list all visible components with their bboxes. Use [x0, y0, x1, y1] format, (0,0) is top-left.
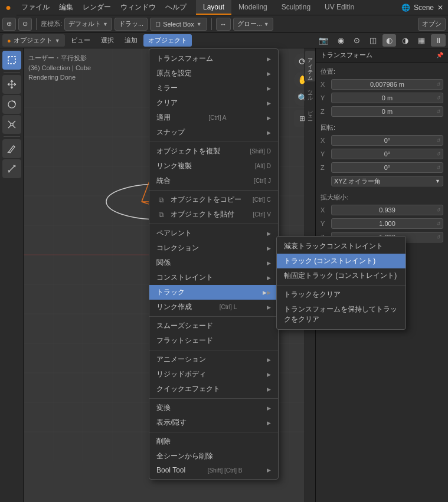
- menu-mirror[interactable]: ミラー: [149, 81, 278, 96]
- menu-paste-objects[interactable]: ⧉ オブジェクトを貼付 [Ctrl] V: [149, 207, 278, 222]
- track-submenu-damped[interactable]: 減衰トラックコンストレイント: [277, 239, 406, 254]
- menu-relations[interactable]: 関係: [149, 255, 278, 270]
- window-close[interactable]: ✕: [437, 4, 443, 12]
- tool-move[interactable]: [2, 75, 21, 94]
- tool-select[interactable]: [2, 51, 21, 70]
- menu-render[interactable]: レンダー: [78, 0, 116, 15]
- menu-delete-all[interactable]: 全シーンから削除: [149, 449, 278, 464]
- select-tab[interactable]: 選択: [96, 34, 119, 47]
- menu-set-origin[interactable]: 原点を設定: [149, 66, 278, 81]
- shading-solid-btn[interactable]: ◐: [382, 34, 396, 47]
- rotation-x-input[interactable]: 0° ↺: [331, 135, 443, 146]
- rotation-mode-dropdown[interactable]: XYZ オイラー角 ▼: [331, 176, 443, 186]
- menu-rigid-body[interactable]: リジッドボディ: [149, 367, 278, 382]
- position-z-input[interactable]: 0 m ↺: [331, 106, 443, 117]
- menu-bool-tool[interactable]: Bool Tool [Shift] [Ctrl] B ▶: [149, 464, 278, 477]
- tool-scale[interactable]: [2, 115, 21, 134]
- tool-measure[interactable]: [2, 159, 21, 178]
- tab-sculpting[interactable]: Sculpting: [274, 0, 318, 15]
- menu-quick-effects[interactable]: クイックエフェクト: [149, 382, 278, 396]
- panel-pin-icon[interactable]: 📌: [436, 52, 443, 58]
- camera-icon-btn[interactable]: 📷: [315, 34, 332, 47]
- menu-convert[interactable]: 変換: [149, 401, 278, 415]
- menu-items: ファイル 編集 レンダー ウィンドウ ヘルプ: [17, 0, 191, 15]
- global-btn[interactable]: グロー... ▼: [233, 18, 273, 31]
- menu-show-hide[interactable]: 表示/隠す: [149, 415, 278, 430]
- menu-join[interactable]: 統合 [Ctrl] J: [149, 173, 278, 188]
- menu-shade-smooth[interactable]: スムーズシェード: [149, 319, 278, 333]
- menu-make-links[interactable]: リンク作成 [Ctrl] L ▶: [149, 300, 278, 314]
- blender-logo: ●: [0, 0, 17, 15]
- menu-copy-objects[interactable]: ⧉ オブジェクトをコピー [Ctrl] C: [149, 192, 278, 207]
- snap-btn[interactable]: ⊙: [18, 18, 32, 31]
- scale-y-reset[interactable]: ↺: [436, 221, 441, 227]
- position-z-reset[interactable]: ↺: [436, 109, 441, 114]
- select-icon: ◻: [155, 20, 161, 28]
- menu-edit[interactable]: 編集: [54, 0, 78, 15]
- mode-dropdown[interactable]: ● オブジェクト ▼: [2, 34, 65, 47]
- select-box-label: Select Box: [163, 21, 194, 28]
- xray-icon-btn[interactable]: ◫: [366, 34, 380, 47]
- rotation-y-input[interactable]: 0° ↺: [331, 149, 443, 159]
- tool-annotate[interactable]: [2, 139, 21, 158]
- transform-icon-btn[interactable]: ⊕: [2, 18, 16, 31]
- menu-window[interactable]: ウィンドウ: [116, 0, 161, 15]
- tool-rotate[interactable]: [2, 95, 21, 114]
- scale-x-reset[interactable]: ↺: [436, 207, 441, 213]
- scale-z-reset[interactable]: ↺: [436, 234, 441, 240]
- vtab-view[interactable]: ビュー: [305, 103, 315, 122]
- menu-link-dup[interactable]: リンク複製 [Alt] D: [149, 159, 278, 173]
- overlay-icon-btn[interactable]: ⊙: [350, 34, 364, 47]
- rotation-x-reset[interactable]: ↺: [436, 137, 441, 143]
- scale-y-input[interactable]: 1.000 ↺: [331, 218, 443, 229]
- menu-apply[interactable]: 適用 [Ctrl] A ▶: [149, 110, 278, 125]
- render-icon-btn[interactable]: ◉: [334, 34, 348, 47]
- menu-delete[interactable]: 削除: [149, 434, 278, 449]
- menu-transform[interactable]: トランスフォーム: [149, 51, 278, 66]
- view-tab[interactable]: ビュー: [66, 34, 95, 47]
- drag-btn[interactable]: ドラッ...: [115, 18, 148, 31]
- menu-duplicate[interactable]: オブジェクトを複製 [Shift] D: [149, 144, 278, 159]
- coord-dropdown[interactable]: デフォルト ▼: [64, 18, 112, 31]
- position-y-reset[interactable]: ↺: [436, 95, 441, 101]
- tool-separator-2: [4, 136, 20, 137]
- menu-shade-flat[interactable]: フラットシェード: [149, 333, 278, 348]
- add-tab[interactable]: 追加: [120, 34, 142, 47]
- track-submenu-clear[interactable]: トラックをクリア: [277, 287, 406, 302]
- object-tab[interactable]: オブジェクト: [143, 34, 192, 47]
- position-y-input[interactable]: 0 m ↺: [331, 93, 443, 103]
- track-submenu-locked[interactable]: 軸固定トラック (コンストレイント): [277, 268, 406, 283]
- menu-clear[interactable]: クリア: [149, 96, 278, 110]
- menu-animation[interactable]: アニメーション: [149, 352, 278, 367]
- tab-uv-editing[interactable]: UV Editin: [318, 0, 361, 15]
- menu-toggle-btn[interactable]: ▦: [414, 34, 429, 47]
- svg-rect-0: [8, 57, 15, 64]
- rotation-x-row: X 0° ↺: [321, 134, 443, 146]
- pause-btn[interactable]: ⏸: [431, 34, 446, 47]
- rotation-y-reset[interactable]: ↺: [436, 151, 441, 157]
- options-btn[interactable]: オプシ: [418, 18, 446, 31]
- menu-snap[interactable]: スナップ: [149, 125, 278, 140]
- vtab-tool[interactable]: ツール: [305, 83, 315, 101]
- rotation-z-input[interactable]: 0° ↺: [331, 162, 443, 173]
- transform-icon2[interactable]: ↔: [216, 18, 231, 31]
- position-x-reset[interactable]: ↺: [436, 81, 441, 87]
- position-x-input[interactable]: 0.007986 m ↺: [331, 79, 443, 90]
- menu-file[interactable]: ファイル: [17, 0, 54, 15]
- menu-track[interactable]: トラック ▶: [149, 285, 278, 300]
- tab-layout[interactable]: Layout: [196, 0, 231, 15]
- scale-x-label: X: [321, 206, 331, 214]
- track-submenu-clear-keep[interactable]: トランスフォームを保持してトラックをクリア: [277, 302, 406, 327]
- shading-render-btn[interactable]: ◑: [398, 34, 412, 47]
- tab-modeling[interactable]: Modeling: [231, 0, 274, 15]
- track-submenu-constraint[interactable]: トラック (コンストレイント): [277, 254, 406, 268]
- top-menubar: ● ファイル 編集 レンダー ウィンドウ ヘルプ Layout Modeling…: [0, 0, 448, 15]
- vtab-item[interactable]: アイテム: [305, 51, 315, 81]
- rotation-z-reset[interactable]: ↺: [436, 165, 441, 170]
- scale-x-input[interactable]: 0.939 ↺: [331, 205, 443, 215]
- menu-constraints[interactable]: コンストレイント: [149, 270, 278, 285]
- menu-collection[interactable]: コレクション: [149, 241, 278, 255]
- select-box-btn[interactable]: ◻ Select Box ▼: [150, 18, 207, 31]
- menu-parent[interactable]: ペアレント: [149, 226, 278, 241]
- menu-help[interactable]: ヘルプ: [161, 0, 191, 15]
